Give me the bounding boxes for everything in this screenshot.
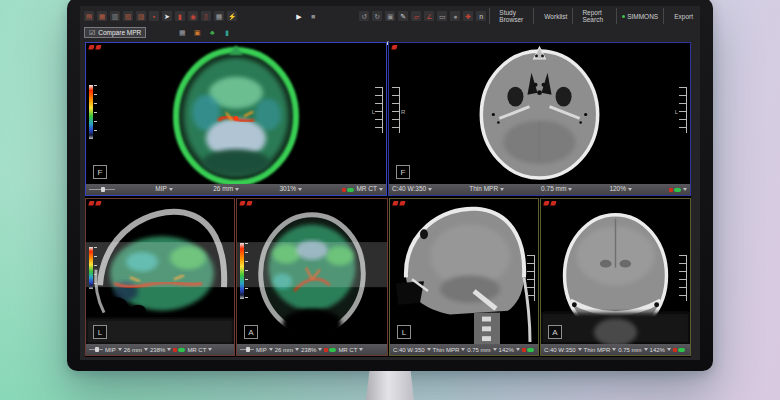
status-indicator-dot <box>669 15 672 18</box>
image-axial-fused[interactable]: L F <box>86 43 386 184</box>
chevron-down-icon <box>461 348 465 351</box>
layout-grid-icon[interactable]: ▦ <box>214 11 224 21</box>
slab-slider[interactable] <box>240 349 254 350</box>
fusion-toggle[interactable] <box>522 348 534 352</box>
thickness-select[interactable]: 0.75 mm <box>618 347 641 353</box>
import-study-icon[interactable]: ▦ <box>97 11 107 21</box>
fusion-select[interactable]: MR CT <box>187 347 206 353</box>
flag-icon[interactable] <box>246 201 252 205</box>
angle-tool-icon[interactable]: ∠ <box>424 11 434 21</box>
cine-icon[interactable]: ▮ <box>175 11 185 21</box>
text-tool-icon[interactable]: n <box>476 11 486 21</box>
fusion-select[interactable]: MR CT <box>356 186 377 193</box>
viewport-sagittal-fused: L MIP 26 mm 238% MR CT <box>85 198 235 356</box>
flash-icon[interactable]: ⚡ <box>227 11 237 21</box>
thickness-select[interactable]: 26 mm <box>275 347 293 353</box>
sub-toolbar: ☑ Compare MPR ▦ ▣ ♣ ▮ <box>84 25 232 40</box>
undo-icon[interactable]: ↺ <box>359 11 369 21</box>
mode-select[interactable]: Thin MPR <box>584 347 611 353</box>
mpr-layout-icon[interactable]: ▦ <box>177 28 187 38</box>
tag-icon[interactable]: ▪ <box>149 11 159 21</box>
window-select[interactable]: C:40 W:350 <box>392 186 426 193</box>
flag-icon[interactable] <box>399 201 405 205</box>
flag-icon[interactable] <box>391 45 397 49</box>
fusion-toggle[interactable] <box>673 348 685 352</box>
zoom-select[interactable]: 120% <box>609 186 626 193</box>
zoom-select[interactable]: 142% <box>650 347 665 353</box>
image-axial-ct[interactable]: R L F <box>389 43 690 184</box>
patient-folder-icon[interactable]: ▤ <box>84 11 94 21</box>
monitor: ▤ ▦ ▥ ▧ ▨ ▪ ➤ ▮ <box>67 0 713 371</box>
camera-icon[interactable]: ▣ <box>385 11 395 21</box>
flag-icon[interactable] <box>88 45 94 49</box>
image-sagittal-fused[interactable]: L <box>86 199 234 344</box>
fusion-toggle[interactable] <box>669 188 681 192</box>
stop-icon[interactable]: ■ <box>308 11 318 21</box>
circle-roi-icon[interactable]: ◉ <box>188 11 198 21</box>
toolbar-button[interactable]: Report Search <box>572 8 616 24</box>
flag-icon[interactable] <box>88 201 94 205</box>
toolbar-button-label: SIMMONS <box>627 13 658 20</box>
flag-icon[interactable] <box>550 201 556 205</box>
chevron-down-icon <box>167 348 171 351</box>
viewport-grid: L F MIP 26 mm 301% MR CT <box>85 42 691 357</box>
ruler-tool-icon[interactable]: ▱ <box>411 11 421 21</box>
flag-icon[interactable] <box>95 45 101 49</box>
window-select[interactable]: C:40 W:350 <box>393 347 425 353</box>
database-icon[interactable]: ▮ <box>222 28 232 38</box>
toolbar-button[interactable]: SIMMONS <box>616 8 663 24</box>
thickness-select[interactable]: 0.75 mm <box>541 186 566 193</box>
fusion-select[interactable]: MR CT <box>338 347 357 353</box>
toolbar-text-buttons: Study Browser Worklist Report Search SIM… <box>489 8 698 24</box>
image-sagittal-ct[interactable]: L <box>390 199 538 344</box>
flag-icon[interactable] <box>95 201 101 205</box>
slab-slider[interactable] <box>89 349 103 350</box>
image-coronal-fused[interactable]: A <box>237 199 387 344</box>
save-icon[interactable]: ▥ <box>110 11 120 21</box>
sub-toolbar-icons: ▦ ▣ ♣ ▮ <box>177 28 232 38</box>
thickness-select[interactable]: 26 mm <box>213 186 233 193</box>
toolbar-button[interactable]: Study Browser <box>489 8 533 24</box>
chevron-down-icon <box>208 348 212 351</box>
mr-indicator <box>324 348 328 352</box>
pan-tool-icon[interactable]: ✚ <box>463 11 473 21</box>
redo-icon[interactable]: ↻ <box>372 11 382 21</box>
chevron-down-icon <box>269 348 273 351</box>
play-icon[interactable]: ▶ <box>294 11 304 21</box>
fusion-toggle[interactable] <box>324 348 336 352</box>
zoom-select[interactable]: 238% <box>150 347 165 353</box>
flag-icon[interactable] <box>543 201 549 205</box>
chevron-down-icon <box>298 188 302 191</box>
toolbar-button[interactable]: Export <box>663 8 698 24</box>
mode-select[interactable]: MIP <box>256 347 267 353</box>
mode-select[interactable]: MIP <box>155 186 167 193</box>
slab-slider[interactable] <box>89 189 115 190</box>
window-select[interactable]: C:40 W:350 <box>544 347 576 353</box>
layers-icon[interactable]: ▯ <box>201 11 211 21</box>
thickness-select[interactable]: 0.75 mm <box>467 347 490 353</box>
mode-select[interactable]: MIP <box>105 347 116 353</box>
zoom-select[interactable]: 238% <box>301 347 316 353</box>
pointer-icon[interactable]: ➤ <box>162 11 172 21</box>
image-coronal-ct[interactable]: A <box>541 199 690 344</box>
zoom-tool-icon[interactable]: ● <box>450 11 460 21</box>
mode-select[interactable]: Thin MPR <box>433 347 460 353</box>
mode-select[interactable]: Thin MPR <box>469 186 498 193</box>
mr-indicator <box>522 348 526 352</box>
flag-icon[interactable] <box>239 201 245 205</box>
zoom-select[interactable]: 301% <box>279 186 296 193</box>
fusion-toggle[interactable] <box>342 188 354 192</box>
zoom-select[interactable]: 142% <box>499 347 514 353</box>
flag-icon[interactable] <box>392 201 398 205</box>
pencil-icon[interactable]: ✎ <box>398 11 408 21</box>
eraser-icon[interactable]: ▭ <box>437 11 447 21</box>
scale-ruler <box>392 87 400 133</box>
snapshot-icon[interactable]: ▣ <box>192 28 202 38</box>
thickness-select[interactable]: 26 mm <box>124 347 142 353</box>
series-icon[interactable]: ▧ <box>123 11 133 21</box>
film-icon[interactable]: ▨ <box>136 11 146 21</box>
compare-mpr-button[interactable]: ☑ Compare MPR <box>84 27 146 38</box>
toolbar-button[interactable]: Worklist <box>533 8 572 24</box>
clover-icon[interactable]: ♣ <box>207 28 217 38</box>
fusion-toggle[interactable] <box>173 348 185 352</box>
